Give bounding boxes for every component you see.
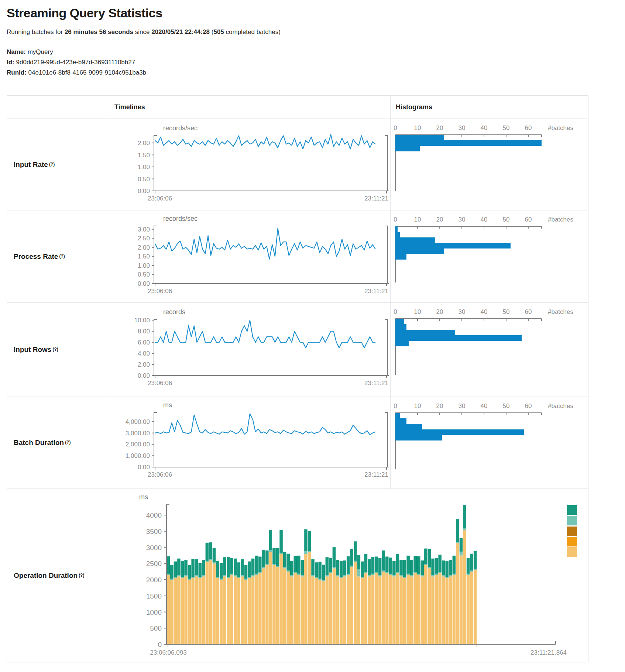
hist-tick-label: 20: [436, 308, 443, 315]
input-rows-histogram-chart: 0102030405060#batches: [390, 302, 588, 397]
stacked-bar-segment: [357, 555, 361, 570]
stacked-bar-segment: [315, 578, 318, 644]
stacked-bar-segment: [209, 560, 212, 645]
hist-tick-label: 60: [525, 216, 532, 223]
stacked-bar-segment: [389, 575, 392, 644]
x-end-label: 23:11:21: [364, 195, 388, 202]
y-tick-label: 1.50: [138, 152, 150, 159]
operation-duration-help-icon[interactable]: (?): [79, 573, 84, 578]
stacked-bar-segment: [368, 576, 371, 644]
input-rate-help-icon[interactable]: (?): [49, 162, 55, 167]
hist-tick-label: 0: [394, 124, 397, 131]
stacked-bar-segment: [258, 556, 262, 572]
stacked-bar-segment: [170, 565, 174, 579]
statistics-table: Timelines Histograms Input Rate(?) recor…: [7, 95, 588, 662]
hist-tick-label: 40: [481, 308, 488, 315]
row-label-input-rate: Input Rate(?): [7, 119, 109, 210]
stacked-bar-segment: [322, 580, 325, 581]
input-rows-help-icon[interactable]: (?): [52, 347, 58, 352]
stacked-bar-segment: [361, 562, 364, 577]
stacked-bar-segment: [223, 557, 226, 575]
stacked-bar-segment: [230, 558, 234, 574]
stacked-bar-segment: [244, 580, 248, 644]
stacked-bar-segment: [244, 579, 248, 580]
stacked-bar-segment: [382, 570, 385, 572]
stacked-bar-segment: [368, 575, 371, 576]
hist-tick-label: 50: [503, 124, 510, 131]
stacked-bar-segment: [258, 573, 262, 645]
stacked-bar-segment: [244, 565, 248, 579]
process-rate-help-icon[interactable]: (?): [59, 254, 65, 259]
hist-tick-label: 30: [459, 124, 466, 131]
row-label-input-rows: Input Rows(?): [7, 302, 109, 397]
stacked-bar-segment: [248, 577, 251, 578]
stacked-bar-segment: [449, 576, 452, 644]
batch-duration-help-icon[interactable]: (?): [65, 440, 71, 445]
stacked-bar-segment: [364, 572, 368, 573]
process-rate-histogram-chart: 0102030405060#batches: [390, 210, 588, 302]
stacked-bar-segment: [304, 529, 308, 552]
stacked-bar-segment: [286, 572, 290, 644]
stacked-bar-segment: [396, 573, 399, 645]
y-tick-label: 2000: [146, 576, 162, 584]
stacked-bar-segment: [272, 565, 276, 644]
stacked-bar-segment: [279, 530, 283, 553]
stacked-bar-segment: [230, 575, 234, 644]
stacked-bar-segment: [463, 530, 466, 644]
stacked-bar-segment: [262, 550, 265, 567]
histogram-bar: [395, 418, 406, 424]
hist-tick-label: 20: [436, 216, 443, 223]
page-title: Streaming Query Statistics: [7, 6, 619, 20]
y-tick-label: 4.00: [138, 350, 150, 357]
stacked-bar-segment: [301, 560, 304, 575]
stacked-bar-segment: [463, 528, 466, 530]
histogram-bar: [395, 335, 522, 341]
stacked-bar-segment: [191, 559, 195, 577]
stacked-bar-segment: [283, 567, 286, 568]
stacked-bar-segment: [220, 580, 223, 644]
stacked-bar-segment: [470, 572, 473, 644]
stacked-bar-segment: [188, 580, 191, 644]
stacked-bar-segment: [237, 577, 241, 578]
name-value: myQuery: [28, 48, 53, 55]
stacked-bar-segment: [308, 531, 311, 551]
stacked-bar-segment: [410, 576, 413, 644]
stacked-bar-segment: [417, 575, 420, 644]
query-metadata: Name: myQuery Id: 9d0dd219-995d-423e-b97…: [7, 47, 619, 78]
stacked-bar-segment: [453, 575, 456, 644]
batch-duration-timeline-chart: ms4,000.003,000.002,000.001,000.000.0023…: [109, 397, 390, 488]
stacked-bar-segment: [428, 568, 431, 644]
stacked-bar-segment: [241, 575, 244, 576]
stacked-bar-segment: [251, 559, 255, 576]
stacked-bar-segment: [343, 576, 346, 644]
stacked-bar-segment: [290, 575, 293, 576]
stacked-bar-segment: [251, 576, 255, 644]
stacked-bar-segment: [251, 575, 255, 576]
stacked-bar-segment: [329, 573, 332, 645]
hist-tick-label: 30: [459, 216, 466, 223]
y-tick-label: 2,000.00: [126, 441, 150, 448]
stacked-bar-segment: [375, 572, 378, 573]
stacked-bar-segment: [361, 577, 364, 578]
timeline-series: [155, 414, 375, 435]
legend-tan-swatch: [567, 547, 577, 557]
hist-tick-label: 30: [459, 402, 466, 409]
stacked-bar-segment: [364, 573, 368, 645]
stacked-bar-segment: [297, 556, 301, 574]
stacked-bar-segment: [392, 561, 396, 576]
stacked-bar-segment: [378, 558, 382, 575]
since-word: since: [133, 28, 151, 35]
hist-tick-label: 50: [503, 402, 510, 409]
stacked-bar-segment: [421, 575, 424, 576]
stacked-bar-segment: [350, 549, 354, 566]
histogram-bar: [395, 254, 406, 260]
stacked-bar-segment: [453, 556, 456, 574]
stacked-bar-segment: [258, 572, 262, 573]
hist-tick-label: 60: [525, 124, 532, 131]
stacked-bar-segment: [230, 574, 234, 575]
stacked-bar-segment: [364, 554, 368, 572]
y-tick-label: 4,000.00: [126, 418, 150, 425]
stacked-bar-segment: [392, 576, 396, 644]
histogram-bar: [395, 341, 409, 346]
stacked-bar-segment: [467, 574, 470, 575]
